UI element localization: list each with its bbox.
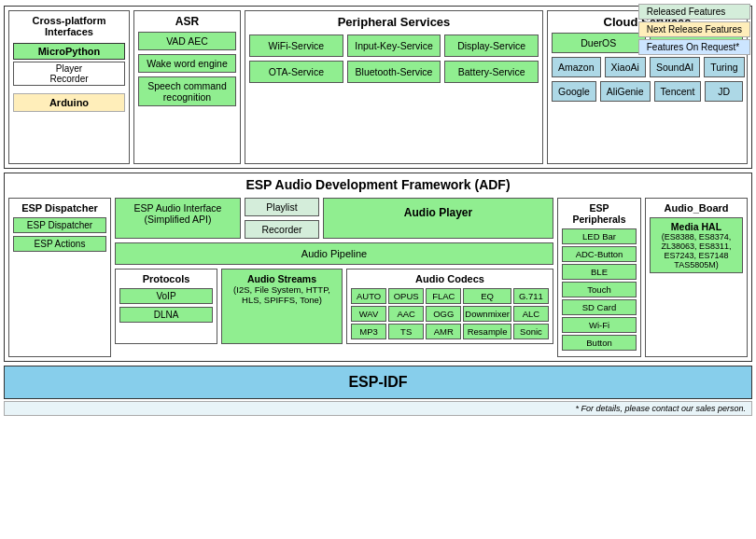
audio-board-box: Audio_Board Media HAL (ES8388, ES8374, Z… [645, 198, 748, 357]
audio-streams-box: Audio Streams (I2S, File System, HTTP, H… [221, 269, 343, 344]
playlist-item: Playlist [245, 198, 319, 216]
main-container: Released Features Next Release Features … [0, 0, 756, 539]
speech-item: Speech command recognition [138, 76, 236, 106]
cloud-row3: Google AliGenie Tencent JD [552, 81, 743, 102]
codec-mp3: MP3 [351, 324, 386, 339]
periph-ble: BLE [562, 264, 637, 280]
periph-led: LED Bar [562, 228, 637, 244]
player-recorder-box: Player Recorder [13, 62, 125, 86]
codec-sonic: Sonic [513, 324, 549, 339]
codec-ogg: OGG [426, 306, 461, 322]
asr-title: ASR [138, 15, 236, 28]
codec-flac: FLAC [426, 288, 461, 304]
audio-streams-title: Audio Streams [226, 273, 338, 284]
media-hal-box: Media HAL (ES8388, ES8374, ZL38063, ES83… [650, 217, 743, 273]
protocols-title: Protocols [119, 273, 213, 284]
cloud-xiaoai: XiaoAi [605, 57, 646, 77]
cloud-aligenie: AliGenie [600, 81, 651, 102]
vad-aec-item: VAD AEC [138, 32, 236, 50]
esp-audio-interface: ESP Audio Interface(Simplified API) [115, 198, 241, 239]
protocols-box: Protocols VoIP DLNA [115, 269, 217, 344]
peripheral-item-input: Input-Key-Service [347, 35, 441, 57]
cloud-google: Google [552, 81, 596, 102]
esp-peripherals-title: ESP Peripherals [562, 202, 637, 225]
codec-alc: ALC [513, 306, 549, 322]
arduino-box: Arduino [13, 93, 125, 112]
codec-auto: AUTO [351, 288, 386, 304]
periph-wifi: Wi-Fi [562, 317, 637, 333]
adf-bottom-row: Protocols VoIP DLNA Audio Streams (I2S, … [115, 269, 553, 344]
peripheral-item-display: Display-Service [444, 35, 539, 57]
protocol-voip: VoIP [119, 288, 213, 304]
codec-downmixer: Downmixer [463, 306, 511, 322]
codec-opus: OPUS [388, 288, 424, 304]
periph-adc: ADC-Button [562, 246, 637, 262]
esp-dispatcher-item2: ESP Actions [13, 236, 106, 252]
esp-dispatcher-box: ESP Dispatcher ESP Dispatcher ESP Action… [8, 198, 111, 357]
audio-streams-sub: (I2S, File System, HTTP, HLS, SPIFFS, To… [226, 284, 338, 305]
recorder-item: Recorder [245, 220, 319, 239]
codec-wav: WAV [351, 306, 386, 322]
peripheral-item-wifi: WiFi-Service [249, 35, 343, 57]
footer-note: * For details, please contact our sales … [4, 401, 752, 416]
cloud-turing: Turing [704, 57, 744, 77]
esp-peripherals-box: ESP Peripherals LED Bar ADC-Button BLE T… [557, 198, 641, 357]
cross-platform-title: Cross-platform Interfaces [13, 15, 125, 37]
wake-word-item: Wake word engine [138, 54, 236, 73]
audio-pipeline-box: Audio Pipeline [115, 242, 553, 265]
peripheral-item-battery: Battery-Service [444, 61, 539, 83]
recorder-label: Recorder [15, 74, 123, 84]
esp-audio-interface-label: ESP Audio Interface(Simplified API) [123, 202, 232, 225]
legend-released: Released Features [638, 4, 750, 20]
cross-platform-box: Cross-platform Interfaces MicroPython Pl… [8, 10, 130, 164]
cloud-soundai: SoundAI [650, 57, 700, 77]
adf-title: ESP Audio Development Framework (ADF) [8, 177, 748, 192]
codec-aac: AAC [388, 306, 424, 322]
peripheral-box: Peripheral Services WiFi-Service Input-K… [245, 10, 543, 164]
asr-box: ASR VAD AEC Wake word engine Speech comm… [133, 10, 241, 164]
codec-amr: AMR [426, 324, 461, 339]
esp-dispatcher-item1: ESP Dispatcher [13, 217, 106, 233]
codec-g711: G.711 [513, 288, 549, 304]
legend: Released Features Next Release Features … [638, 4, 750, 55]
peripheral-item-ota: OTA-Service [249, 61, 343, 83]
esp-idf-box: ESP-IDF [4, 366, 752, 399]
audio-codecs-title: Audio Codecs [351, 273, 549, 284]
media-hal-title: Media HAL [653, 221, 739, 232]
cloud-tencent: Tencent [654, 81, 702, 102]
peripheral-title: Peripheral Services [249, 15, 539, 29]
periph-button: Button [562, 335, 637, 351]
legend-request: Features On Request* [638, 39, 750, 55]
audio-codecs-box: Audio Codecs AUTO OPUS FLAC EQ G.711 WAV… [346, 269, 553, 344]
media-hal-content: (ES8388, ES8374, ZL38063, ES8311, ES7243… [653, 232, 739, 270]
peripheral-item-bluetooth: Bluetooth-Service [347, 61, 441, 83]
playlist-recorder-col: Playlist Recorder [245, 198, 319, 239]
codec-resample: Resample [463, 324, 511, 339]
micropython-box: MicroPython [13, 43, 125, 60]
adf-content: ESP Dispatcher ESP Dispatcher ESP Action… [8, 198, 748, 357]
codec-eq: EQ [463, 288, 511, 304]
player-label: Player [15, 63, 123, 74]
adf-top-row: ESP Audio Interface(Simplified API) Play… [115, 198, 553, 239]
cloud-row2: Amazon XiaoAi SoundAI Turing [552, 57, 743, 77]
audio-player-box: Audio Player [323, 198, 553, 239]
audio-board-title: Audio_Board [650, 202, 743, 214]
periph-touch: Touch [562, 282, 637, 297]
protocol-dlna: DLNA [119, 307, 213, 323]
codec-ts: TS [388, 324, 424, 339]
cloud-jd: JD [705, 81, 743, 102]
adf-section: ESP Audio Development Framework (ADF) ES… [4, 173, 752, 362]
codecs-grid: AUTO OPUS FLAC EQ G.711 WAV AAC OGG Down… [351, 288, 549, 339]
esp-dispatcher-title: ESP Dispatcher [13, 202, 106, 214]
periph-sd: SD Card [562, 299, 637, 315]
cloud-dueros: DuerOS [552, 33, 646, 53]
peripheral-grid: WiFi-Service Input-Key-Service Display-S… [249, 35, 539, 83]
legend-next: Next Release Features [638, 21, 750, 37]
adf-middle: ESP Audio Interface(Simplified API) Play… [115, 198, 553, 357]
cloud-amazon: Amazon [552, 57, 601, 77]
